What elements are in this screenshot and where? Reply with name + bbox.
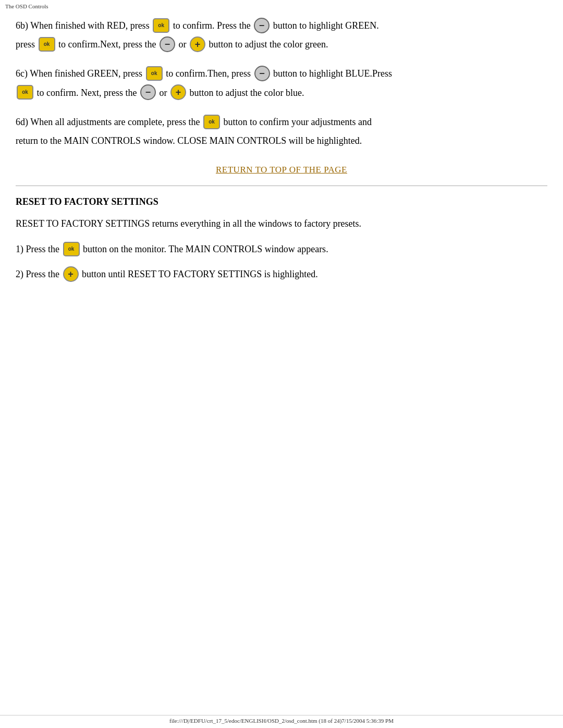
step2-text2: button until RESET TO FACTORY SETTINGS i… bbox=[82, 268, 318, 279]
main-content: 6b) When finished with RED, press ok to … bbox=[0, 11, 563, 306]
6b-text7: button to adjust the color green. bbox=[209, 39, 328, 50]
6c-text1: 6c) When finished GREEN, press bbox=[16, 68, 142, 79]
step1-text1: 1) Press the bbox=[16, 243, 59, 254]
section-6b-line1: 6b) When finished with RED, press ok to … bbox=[16, 17, 547, 33]
plus-button-icon-1: + bbox=[190, 36, 205, 52]
6b-text2: to confirm. Press the bbox=[173, 20, 251, 31]
6c-text4: to confirm. Next, press the bbox=[37, 87, 137, 97]
6d-text2: button to confirm your adjustments and bbox=[224, 116, 372, 127]
footer-bar: file:///D|/EDFU/crt_17_5/edoc/ENGLISH/OS… bbox=[0, 715, 563, 724]
6d-text3: return to the MAIN CONTROLS window. CLOS… bbox=[16, 135, 362, 145]
6b-text3: button to highlight GREEN. bbox=[273, 20, 379, 31]
ok-button-icon-2: ok bbox=[39, 37, 55, 52]
step1-text2: button on the monitor. The MAIN CONTROLS… bbox=[83, 243, 328, 254]
6b-text4: press bbox=[16, 39, 35, 50]
section-6d-line1: 6d) When all adjustments are complete, p… bbox=[16, 113, 547, 130]
ok-button-icon-6: ok bbox=[63, 242, 80, 256]
reset-step2: 2) Press the + button until RESET TO FAC… bbox=[16, 265, 547, 282]
6b-text1: 6b) When finished with RED, press bbox=[16, 20, 150, 31]
plus-button-icon-2: + bbox=[170, 84, 186, 100]
title-bar: The OSD Controls bbox=[0, 0, 563, 11]
section-6b-line2: press ok to confirm.Next, press the − or… bbox=[16, 35, 547, 52]
ok-button-icon-5: ok bbox=[203, 115, 220, 129]
section-6d-line2: return to the MAIN CONTROLS window. CLOS… bbox=[16, 132, 547, 149]
reset-step1: 1) Press the ok button on the monitor. T… bbox=[16, 240, 547, 257]
minus-button-icon-3: − bbox=[254, 66, 270, 81]
return-to-top-link[interactable]: RETURN TO TOP OF THE PAGE bbox=[216, 165, 347, 175]
ok-button-icon-4: ok bbox=[17, 85, 33, 100]
minus-button-icon-2: − bbox=[160, 36, 175, 52]
footer-text: file:///D|/EDFU/crt_17_5/edoc/ENGLISH/OS… bbox=[169, 718, 394, 724]
ok-button-icon-3: ok bbox=[146, 66, 163, 81]
6c-text2: to confirm.Then, press bbox=[166, 68, 251, 79]
section-6c-line1: 6c) When finished GREEN, press ok to con… bbox=[16, 65, 547, 81]
section-6d: 6d) When all adjustments are complete, p… bbox=[16, 113, 547, 149]
minus-button-icon-1: − bbox=[254, 18, 270, 33]
6b-text6: or bbox=[178, 39, 186, 50]
section-6c: 6c) When finished GREEN, press ok to con… bbox=[16, 65, 547, 100]
6b-text5: to confirm.Next, press the bbox=[58, 39, 156, 50]
6c-text6: button to adjust the color blue. bbox=[189, 87, 304, 97]
section-6b: 6b) When finished with RED, press ok to … bbox=[16, 17, 547, 52]
reset-intro: RESET TO FACTORY SETTINGS returns everyt… bbox=[16, 216, 547, 232]
6c-text5: or bbox=[159, 87, 167, 97]
step2-text1: 2) Press the bbox=[16, 268, 59, 279]
6d-text1: 6d) When all adjustments are complete, p… bbox=[16, 116, 200, 127]
plus-button-icon-3: + bbox=[63, 266, 79, 282]
return-link-container: RETURN TO TOP OF THE PAGE bbox=[16, 164, 547, 175]
section-divider bbox=[16, 186, 547, 186]
title-text: The OSD Controls bbox=[5, 3, 48, 9]
6c-text3: button to highlight BLUE.Press bbox=[273, 68, 392, 79]
reset-heading: RESET TO FACTORY SETTINGS bbox=[16, 196, 547, 207]
minus-button-icon-4: − bbox=[140, 84, 156, 100]
section-6c-line2: ok to confirm. Next, press the − or + bu… bbox=[16, 84, 547, 101]
section-reset: RESET TO FACTORY SETTINGS RESET TO FACTO… bbox=[16, 196, 547, 282]
ok-button-icon-1: ok bbox=[153, 18, 169, 33]
